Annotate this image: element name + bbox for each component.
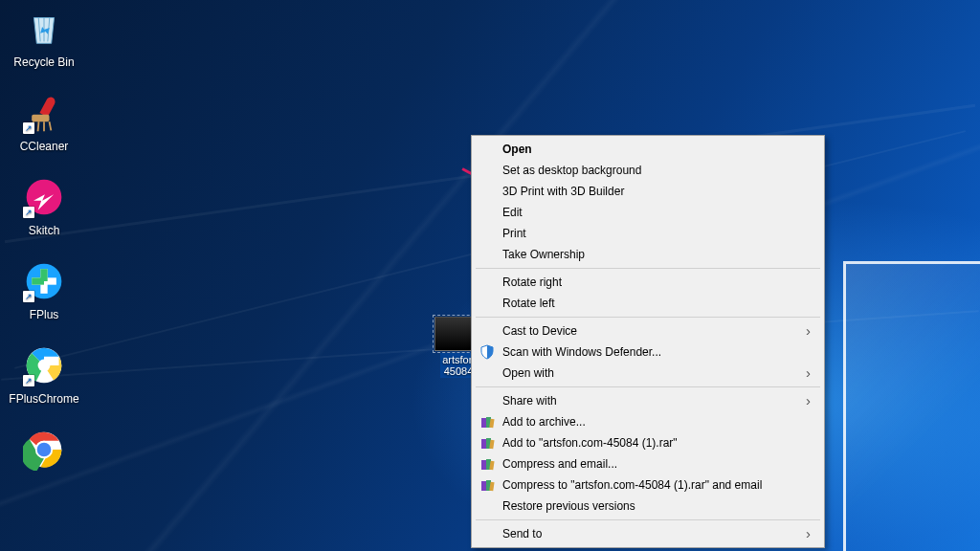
menu-label: Send to — [502, 527, 542, 540]
menu-label: Add to "artsfon.com-45084 (1).rar" — [502, 436, 678, 450]
menu-label: Compress to "artsfon.com-45084 (1).rar" … — [502, 478, 762, 492]
menu-label: Restore previous versions — [502, 499, 635, 513]
menu-separator — [476, 519, 820, 520]
menu-rotate-left[interactable]: Rotate left — [474, 293, 822, 314]
menu-label: Add to archive... — [502, 415, 586, 429]
svg-line-2 — [38, 121, 39, 131]
menu-label: Open — [502, 143, 532, 156]
menu-scan-defender[interactable]: Scan with Windows Defender... — [474, 342, 822, 363]
menu-take-ownership[interactable]: Take Ownership — [474, 244, 822, 265]
desktop-icon-skitch[interactable]: Skitch — [8, 174, 80, 237]
menu-add-archive[interactable]: Add to archive... — [474, 411, 822, 432]
context-menu: Open Set as desktop background 3D Print … — [471, 135, 825, 548]
menu-print[interactable]: Print — [474, 223, 822, 244]
menu-separator — [476, 317, 820, 318]
menu-label: 3D Print with 3D Builder — [502, 185, 624, 198]
chrome-icon — [21, 427, 67, 473]
selected-file-line2: 45084 — [444, 365, 474, 377]
menu-separator — [476, 386, 820, 387]
desktop-icon-ccleaner[interactable]: CCleaner — [8, 90, 80, 153]
menu-cast-to-device[interactable]: Cast to Device — [474, 320, 822, 342]
svg-rect-0 — [32, 115, 49, 121]
menu-add-to-rar[interactable]: Add to "artsfon.com-45084 (1).rar" — [474, 432, 822, 453]
winrar-icon — [479, 435, 495, 451]
skitch-icon — [21, 174, 67, 220]
ccleaner-icon — [21, 90, 67, 136]
menu-label: Open with — [502, 366, 554, 380]
menu-send-to[interactable]: Send to — [474, 523, 822, 544]
desktop-icon-fpluschrome[interactable]: FPlusChrome — [8, 342, 80, 406]
desktop-icon-fplus[interactable]: FPlus — [8, 258, 80, 321]
svg-line-4 — [50, 121, 52, 130]
menu-label: Set as desktop background — [502, 164, 641, 177]
svg-rect-24 — [481, 460, 486, 470]
menu-label: Share with — [502, 394, 557, 408]
menu-label: Rotate right — [502, 276, 562, 289]
menu-edit[interactable]: Edit — [474, 202, 822, 223]
menu-label: Print — [502, 227, 526, 240]
menu-open-with[interactable]: Open with — [474, 363, 822, 384]
menu-rotate-right[interactable]: Rotate right — [474, 272, 822, 293]
menu-label: Take Ownership — [502, 248, 585, 261]
svg-rect-21 — [481, 439, 486, 449]
menu-label: Cast to Device — [502, 324, 577, 338]
desktop-icon-label: FPlus — [30, 308, 59, 321]
menu-open[interactable]: Open — [474, 139, 822, 160]
menu-compress-rar-email[interactable]: Compress to "artsfon.com-45084 (1).rar" … — [474, 474, 822, 496]
menu-restore-previous[interactable]: Restore previous versions — [474, 496, 822, 517]
recycle-bin-icon — [21, 6, 67, 52]
svg-point-5 — [27, 180, 62, 215]
winrar-icon — [479, 456, 495, 472]
svg-line-1 — [32, 121, 33, 130]
menu-separator — [476, 268, 820, 269]
winrar-icon — [479, 477, 495, 493]
winrar-icon — [479, 414, 495, 430]
desktop-icon-label: Skitch — [29, 224, 60, 237]
menu-label: Rotate left — [502, 297, 555, 310]
svg-rect-27 — [481, 481, 486, 491]
svg-rect-18 — [481, 418, 486, 428]
menu-label: Scan with Windows Defender... — [502, 345, 661, 359]
menu-3d-print[interactable]: 3D Print with 3D Builder — [474, 181, 822, 202]
menu-compress-email[interactable]: Compress and email... — [474, 453, 822, 474]
desktop-icon-label: CCleaner — [20, 140, 69, 153]
menu-set-desktop-background[interactable]: Set as desktop background — [474, 160, 822, 181]
menu-share-with[interactable]: Share with — [474, 390, 822, 411]
menu-label: Edit — [502, 206, 523, 219]
menu-label: Compress and email... — [502, 457, 617, 471]
svg-rect-10 — [40, 269, 47, 281]
desktop-icon-label: Recycle Bin — [13, 55, 74, 69]
desktop-icon-chrome[interactable] — [8, 427, 80, 476]
fplus-icon — [21, 258, 67, 304]
desktop-icons-column: Recycle Bin CCleaner Skitch FPlus FPlusC… — [8, 6, 80, 476]
fpluschrome-icon — [21, 342, 67, 388]
desktop-icon-label: FPlusChrome — [9, 392, 78, 406]
svg-point-12 — [38, 360, 51, 372]
desktop-icon-recycle-bin[interactable]: Recycle Bin — [8, 6, 80, 69]
selected-file-line1: artsfon — [442, 354, 475, 365]
defender-icon — [479, 344, 495, 360]
